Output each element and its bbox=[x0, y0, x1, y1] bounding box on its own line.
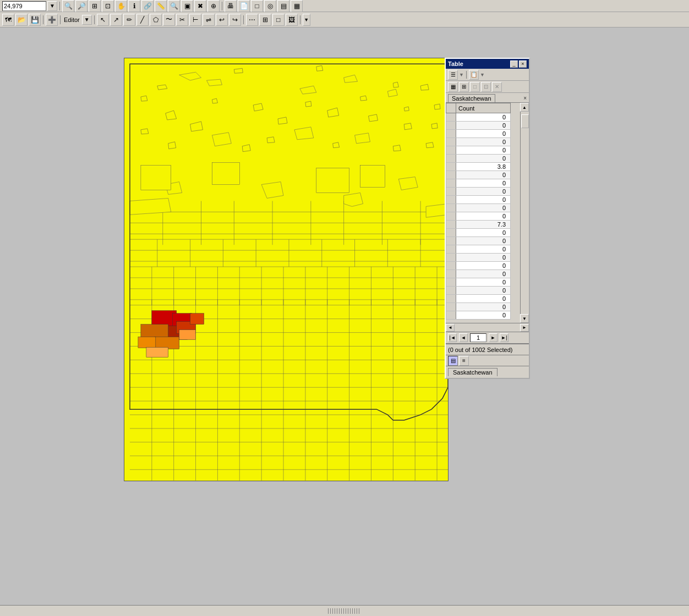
edit-reshape-btn[interactable]: ↗ bbox=[110, 14, 122, 26]
edit-small-btn[interactable]: ▼ bbox=[303, 14, 310, 26]
separator-7 bbox=[300, 15, 300, 24]
zoom-in-btn[interactable]: 🔍 bbox=[62, 0, 74, 12]
table-row: 0 bbox=[446, 229, 511, 237]
count-cell: 0 bbox=[456, 311, 511, 320]
layout-btn[interactable]: ▦ bbox=[291, 0, 303, 12]
zoom-sel-btn[interactable]: ⊡ bbox=[481, 82, 491, 92]
edit-more-btn[interactable]: ⋯ bbox=[246, 14, 258, 26]
data-table-container[interactable]: Count 0000003.80000007.300000000000 ▲ ▼ bbox=[446, 103, 529, 323]
hyperlink-btn[interactable]: 🔗 bbox=[141, 0, 154, 12]
edit-cut-btn[interactable]: ✂ bbox=[176, 14, 188, 26]
scroll-right-btn[interactable]: ► bbox=[520, 324, 529, 332]
edit-split-btn[interactable]: ⊢ bbox=[189, 14, 201, 26]
edit-line-btn[interactable]: ╱ bbox=[136, 14, 149, 26]
editor-dropdown-btn[interactable]: ▼ bbox=[82, 15, 92, 25]
count-cell: 0 bbox=[456, 229, 511, 237]
scroll-up-btn[interactable]: ▲ bbox=[520, 103, 529, 112]
count-cell: 0 bbox=[456, 303, 511, 311]
edit-redo-btn[interactable]: ↪ bbox=[229, 14, 241, 26]
table-status-bar: (0 out of 1002 Selected) bbox=[446, 344, 529, 355]
go-to-btn[interactable]: ⊕ bbox=[207, 0, 220, 12]
nav-page-input[interactable]: 1 bbox=[470, 333, 486, 342]
row-num-cell bbox=[446, 138, 456, 146]
print-btn[interactable]: 🖶 bbox=[225, 0, 237, 12]
edit-select-btn[interactable]: ↖ bbox=[97, 14, 109, 26]
new-map-btn[interactable]: 🗺 bbox=[2, 14, 14, 26]
count-cell: 0 bbox=[456, 196, 511, 204]
open-map-btn[interactable]: 📂 bbox=[15, 14, 28, 26]
map-canvas[interactable] bbox=[124, 58, 449, 481]
find-btn[interactable]: 🔍 bbox=[168, 0, 180, 12]
delete-sel-btn[interactable]: ✕ bbox=[492, 82, 502, 92]
svg-rect-79 bbox=[155, 337, 179, 349]
edit-sketch2-btn[interactable]: □ bbox=[272, 14, 285, 26]
table-row: 0 bbox=[446, 254, 511, 262]
scroll-left-btn[interactable]: ◄ bbox=[446, 324, 455, 332]
select-related-btn[interactable]: ⊞ bbox=[459, 82, 469, 92]
edit-poly-btn[interactable]: ⬠ bbox=[150, 14, 162, 26]
clear-sel-btn[interactable]: □ bbox=[470, 82, 480, 92]
edit-mirror-btn[interactable]: ⇌ bbox=[203, 14, 215, 26]
table-row: 0 bbox=[446, 113, 511, 122]
separator-4 bbox=[60, 15, 61, 24]
measure-btn[interactable]: 📏 bbox=[155, 0, 167, 12]
magnifier-btn[interactable]: ◎ bbox=[264, 0, 276, 12]
scale-input[interactable]: 24,979 bbox=[2, 1, 46, 11]
table-row: 0 bbox=[446, 204, 511, 212]
tab-close-btn[interactable]: × bbox=[523, 95, 527, 101]
table-row: 3.8 bbox=[446, 163, 511, 171]
nav-first-btn[interactable]: |◄ bbox=[448, 333, 457, 342]
edit-freehand-btn[interactable]: 〜 bbox=[163, 14, 175, 26]
table-close-btn[interactable]: × bbox=[519, 61, 527, 68]
table-titlebar-buttons: _ × bbox=[510, 61, 527, 68]
field-view-btn[interactable]: ≡ bbox=[459, 356, 469, 366]
nav-last-btn[interactable]: ►| bbox=[500, 333, 508, 342]
count-header[interactable]: Count bbox=[456, 103, 511, 113]
h-scrollbar[interactable]: ◄ ► bbox=[446, 323, 529, 332]
row-num-cell bbox=[446, 295, 456, 303]
svg-rect-82 bbox=[146, 348, 168, 358]
identify-btn[interactable]: ℹ bbox=[128, 0, 140, 12]
table-row: 0 bbox=[446, 188, 511, 196]
scale-dropdown-btn[interactable]: ▼ bbox=[47, 1, 57, 11]
row-num-header bbox=[446, 103, 456, 113]
select-by-attr-btn[interactable]: ▦ bbox=[448, 82, 458, 92]
table-toolbar2: ▦ ⊞ □ ⊡ ✕ bbox=[446, 81, 529, 93]
table-minimize-btn[interactable]: _ bbox=[510, 61, 518, 68]
tab-bottom-bar: Saskatchewan bbox=[446, 366, 529, 378]
edit-undo-btn[interactable]: ↩ bbox=[216, 14, 228, 26]
zoom-out-btn[interactable]: 🔎 bbox=[75, 0, 88, 12]
scrollbar-thumb[interactable] bbox=[521, 114, 529, 128]
report-btn[interactable]: 📄 bbox=[238, 0, 250, 12]
table-row: 0 bbox=[446, 179, 511, 188]
toolbar-top: 24,979 ▼ 🔍 🔎 ⊞ ⊡ ✋ ℹ 🔗 📏 🔍 ▣ ✖ ⊕ 🖶 📄 □ ◎… bbox=[0, 0, 689, 12]
select-btn[interactable]: ▣ bbox=[181, 0, 193, 12]
svg-rect-80 bbox=[138, 337, 156, 348]
row-num-cell bbox=[446, 221, 456, 229]
table-view-btn[interactable]: ▤ bbox=[448, 356, 458, 366]
scrollbar-track[interactable] bbox=[520, 112, 529, 314]
row-num-cell bbox=[446, 204, 456, 212]
edit-sketch-btn[interactable]: ✏ bbox=[123, 14, 135, 26]
pan-btn[interactable]: ✋ bbox=[115, 0, 127, 12]
row-num-cell bbox=[446, 146, 456, 155]
saskatchewan-tab[interactable]: Saskatchewan bbox=[448, 94, 495, 102]
bottom-saskatchewan-tab[interactable]: Saskatchewan bbox=[448, 368, 497, 376]
clear-select-btn[interactable]: ✖ bbox=[194, 0, 206, 12]
save-map-btn[interactable]: 💾 bbox=[29, 14, 41, 26]
zoom-layer-btn[interactable]: ⊡ bbox=[102, 0, 114, 12]
full-extent-btn[interactable]: ⊞ bbox=[89, 0, 101, 12]
separator-3 bbox=[43, 15, 43, 24]
scroll-down-btn[interactable]: ▼ bbox=[520, 314, 529, 323]
edit-image-btn[interactable]: 🖼 bbox=[286, 14, 298, 26]
row-num-cell bbox=[446, 229, 456, 237]
dataview-btn[interactable]: ▤ bbox=[277, 0, 289, 12]
table-export-btn[interactable]: 📋 bbox=[469, 70, 479, 80]
add-data-btn[interactable]: ➕ bbox=[46, 14, 58, 26]
nav-prev-btn[interactable]: ◄ bbox=[459, 333, 468, 342]
row-num-cell bbox=[446, 303, 456, 311]
table-options-btn[interactable]: ☰ bbox=[448, 70, 458, 80]
edit-frame-btn[interactable]: ⊞ bbox=[259, 14, 271, 26]
nav-next-btn[interactable]: ► bbox=[489, 333, 497, 342]
overview-btn[interactable]: □ bbox=[251, 0, 263, 12]
